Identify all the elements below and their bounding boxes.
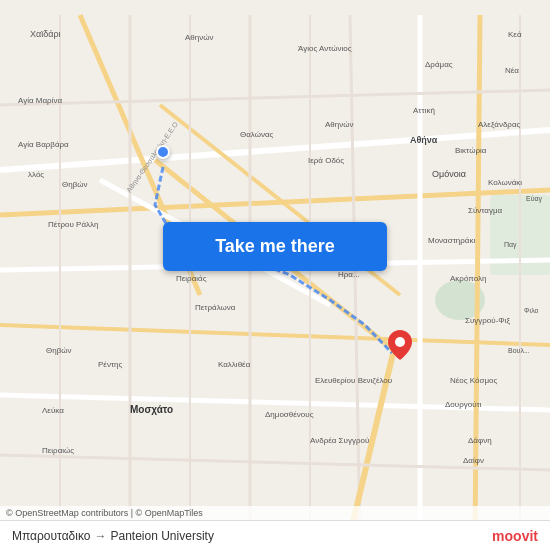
svg-text:Αγία Μαρίνα: Αγία Μαρίνα: [18, 96, 62, 105]
svg-text:Θηβών: Θηβών: [62, 180, 88, 189]
svg-text:Δάφνη: Δάφνη: [468, 436, 492, 445]
svg-text:Βουλ...: Βουλ...: [508, 347, 530, 354]
svg-text:Πειραιάς: Πειραιάς: [176, 274, 207, 283]
svg-text:Δημοσθένους: Δημοσθένους: [265, 410, 314, 419]
svg-text:Θηβών: Θηβών: [46, 346, 72, 355]
svg-text:Αττική: Αττική: [413, 106, 435, 115]
map-roads: Χαϊδάρι Αθηνών Άγιος Αντώνιος Δράμας Αγί…: [0, 0, 550, 550]
svg-text:Αλεξάνδρας: Αλεξάνδρας: [478, 120, 521, 129]
svg-text:Ελευθερίου Βενιζέλου: Ελευθερίου Βενιζέλου: [315, 376, 392, 385]
svg-text:Αγία Βαρβάρα: Αγία Βαρβάρα: [18, 140, 69, 149]
svg-text:Αθηνών: Αθηνών: [185, 33, 213, 42]
svg-text:Αθήνα: Αθήνα: [410, 135, 438, 145]
svg-point-70: [395, 337, 405, 347]
origin-label: Μπαρουταδικο: [12, 529, 91, 543]
map-attribution: © OpenStreetMap contributors | © OpenMap…: [0, 506, 550, 520]
svg-text:Φιλο: Φιλο: [524, 307, 539, 314]
destination-marker: [388, 330, 412, 360]
origin-marker: [156, 145, 170, 159]
svg-text:Μοσχάτο: Μοσχάτο: [130, 404, 173, 415]
svg-text:Δουργούτι: Δουργούτι: [445, 400, 482, 409]
svg-text:Κολωνάκι: Κολωνάκι: [488, 178, 522, 187]
svg-text:Βικτώρια: Βικτώρια: [455, 146, 487, 155]
svg-text:Άγιος Αντώνιος: Άγιος Αντώνιος: [298, 44, 352, 53]
svg-text:Πέτρου Ράλλη: Πέτρου Ράλλη: [48, 220, 99, 229]
svg-text:Καλλιθέα: Καλλιθέα: [218, 360, 251, 369]
svg-text:Εύαγ: Εύαγ: [526, 195, 543, 203]
route-info: Μπαρουταδικο → Panteion University: [12, 529, 214, 543]
svg-text:Ρέντης: Ρέντης: [98, 360, 123, 369]
route-arrow: →: [95, 529, 107, 543]
svg-text:λλός: λλός: [28, 170, 44, 179]
svg-text:Θαλώνας: Θαλώνας: [240, 130, 274, 139]
moovit-logo: moovit: [492, 528, 538, 544]
moovit-branding: moovit: [492, 528, 538, 544]
destination-label: Panteion University: [111, 529, 214, 543]
svg-text:Δράμας: Δράμας: [425, 60, 453, 69]
svg-text:Ακρόπολη: Ακρόπολη: [450, 274, 486, 283]
bottom-bar: Μπαρουταδικο → Panteion University moovi…: [0, 520, 550, 550]
attribution-text: © OpenStreetMap contributors | © OpenMap…: [6, 508, 203, 518]
svg-text:Πετράλωνα: Πετράλωνα: [195, 303, 236, 312]
svg-text:Μοναστηράκι: Μοναστηράκι: [428, 236, 475, 245]
svg-text:Παγ: Παγ: [504, 241, 517, 249]
svg-text:Ανδρέα Συγγρού: Ανδρέα Συγγρού: [310, 436, 369, 445]
svg-text:Συγγρού-Φιξ: Συγγρού-Φιξ: [465, 316, 511, 325]
map-container: Χαϊδάρι Αθηνών Άγιος Αντώνιος Δράμας Αγί…: [0, 0, 550, 550]
svg-text:Πειραιώς: Πειραιώς: [42, 446, 74, 455]
svg-text:Κεά: Κεά: [508, 30, 522, 39]
svg-text:Νέος Κόσμος: Νέος Κόσμος: [450, 376, 498, 385]
take-me-there-button[interactable]: Take me there: [163, 222, 387, 271]
svg-text:Νέα: Νέα: [505, 66, 519, 75]
svg-text:Λεύκα: Λεύκα: [42, 406, 64, 415]
svg-text:Ιερά Οδός: Ιερά Οδός: [308, 156, 344, 165]
svg-text:Δαίφν: Δαίφν: [463, 456, 484, 465]
svg-text:Χαϊδάρι: Χαϊδάρι: [30, 29, 61, 39]
svg-text:Ομόνοια: Ομόνοια: [432, 169, 466, 179]
svg-text:Ηρα...: Ηρα...: [338, 270, 360, 279]
svg-text:Αθηνών: Αθηνών: [325, 120, 353, 129]
svg-text:Σύνταγμα: Σύνταγμα: [468, 206, 503, 215]
